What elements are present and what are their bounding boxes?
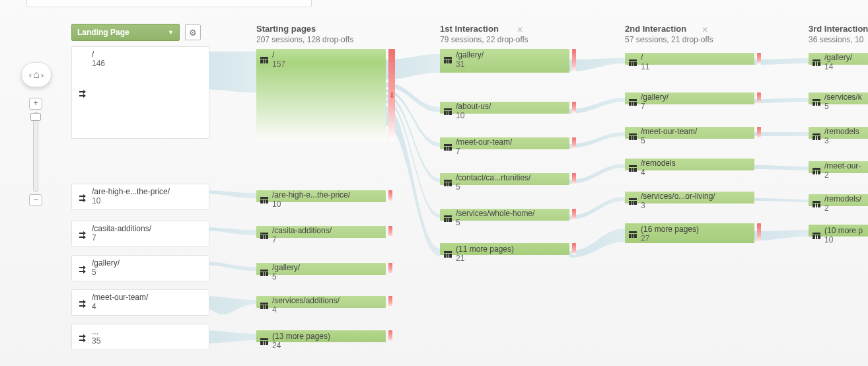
dropoff-bar (388, 226, 392, 238)
node-value: 4 (92, 302, 205, 311)
node-label: /gallery/ (641, 92, 669, 102)
flow-node[interactable]: /services/k5 (809, 92, 868, 105)
node-label: /remodels/ (824, 194, 861, 203)
source-node[interactable]: /146 (71, 46, 209, 139)
page-grid-icon (809, 194, 824, 213)
entry-arrow-icon (76, 50, 92, 135)
dropoff-bar (757, 53, 761, 65)
flow-node[interactable]: /gallery/31 (440, 49, 569, 73)
node-value: 2 (824, 203, 861, 213)
flow-node[interactable]: /meet-our-team/7 (440, 137, 569, 150)
node-label: /remodels (824, 127, 859, 136)
zoom-handle[interactable] (30, 113, 41, 121)
dropoff-bar (388, 263, 392, 275)
page-grid-icon (440, 102, 456, 120)
dropoff-bar (757, 92, 761, 104)
page-grid-icon (625, 92, 641, 111)
page-grid-icon (440, 244, 456, 263)
flow-node[interactable]: (11 more pages)21 (440, 243, 569, 256)
page-grid-icon (256, 190, 272, 209)
page-grid-icon (256, 263, 272, 281)
page-grid-icon (440, 209, 456, 227)
node-label: /meet-our-team/ (456, 137, 512, 147)
node-value: 5 (272, 272, 300, 281)
node-label: ... (92, 327, 205, 336)
page-grid-icon (256, 50, 272, 69)
node-label: /services/additions/ (272, 296, 340, 305)
node-label: (11 more pages) (456, 244, 514, 254)
page-grid-icon (440, 173, 456, 192)
flow-node[interactable]: /casita-additions/7 (256, 226, 386, 238)
zoom-out-button[interactable]: − (29, 194, 42, 206)
zoom-in-button[interactable]: + (29, 98, 42, 110)
node-value: 3 (641, 201, 715, 210)
source-node[interactable]: /are-high-e...the-price/10 (71, 184, 209, 210)
column-title: Starting pages (256, 24, 388, 34)
flow-node[interactable]: /remodels3 (809, 127, 868, 139)
flow-node[interactable]: /about-us/10 (440, 102, 569, 114)
node-value: 10 (272, 200, 350, 209)
node-label: / (641, 53, 649, 62)
dimension-dropdown[interactable]: Landing Page ▼ (71, 24, 180, 41)
node-value: 5 (824, 102, 862, 111)
node-label: /gallery/ (272, 263, 300, 272)
dropoff-bar (757, 127, 761, 139)
column-subtitle: 79 sessions, 22 drop-offs (440, 35, 572, 44)
zoom-track[interactable] (33, 112, 38, 192)
node-label: /about-us/ (456, 102, 491, 111)
flow-node[interactable]: /services/o...or-living/3 (625, 192, 754, 204)
flow-node[interactable]: /are-high-e...the-price/10 (256, 190, 386, 203)
entry-arrow-icon (76, 327, 92, 347)
flow-node[interactable]: /remodels/2 (809, 194, 868, 207)
flow-node[interactable]: /contact/ca...rtunities/5 (440, 173, 569, 186)
dropoff-bar (572, 137, 576, 149)
page-grid-icon (256, 226, 272, 244)
flow-node[interactable]: /gallery/5 (256, 263, 386, 275)
node-label: /meet-our- (824, 161, 861, 170)
node-label: /are-high-e...the-price/ (92, 187, 205, 196)
flow-node[interactable]: /gallery/14 (809, 53, 868, 65)
column-header-starting: Starting pages 207 sessions, 128 drop-of… (256, 24, 388, 44)
source-node[interactable]: /gallery/5 (71, 255, 209, 281)
column-header-int3: 3rd Interaction 36 sessions, 10 (809, 24, 868, 44)
node-value: 3 (824, 136, 859, 145)
column-title: 1st Interaction (440, 24, 572, 34)
page-grid-icon (256, 296, 272, 314)
dropoff-bar (757, 223, 761, 243)
node-value: 10 (456, 111, 491, 120)
settings-button[interactable]: ⚙ (185, 24, 201, 40)
flow-node[interactable]: ⇩/157 (256, 49, 386, 142)
flow-node[interactable]: /11 (625, 53, 754, 65)
node-value: 21 (456, 254, 514, 263)
node-value: 7 (641, 102, 669, 111)
node-value: 4 (272, 305, 340, 314)
flow-node[interactable]: /gallery/7 (625, 92, 754, 105)
source-node[interactable]: /meet-our-team/4 (71, 289, 209, 316)
entry-arrow-icon (76, 187, 92, 207)
node-label: /gallery/ (92, 258, 205, 268)
page-grid-icon (809, 226, 824, 244)
dropoff-bar (388, 330, 392, 342)
close-column-icon[interactable]: ✕ (517, 25, 523, 34)
source-node[interactable]: /casita-additions/7 (71, 221, 209, 247)
dimension-label: Landing Page (77, 28, 129, 37)
flow-node[interactable]: /meet-our-2 (809, 161, 868, 174)
column-title: 3rd Interaction (809, 24, 868, 34)
flow-node[interactable]: /services/whole-home/5 (440, 209, 569, 221)
column-title: 2nd Interaction (625, 24, 757, 34)
home-button[interactable]: ‹ ⌂ › (21, 62, 52, 87)
flow-node[interactable]: (10 more p10 (809, 225, 868, 237)
node-value: 31 (456, 59, 484, 69)
node-label: / (272, 50, 285, 59)
flow-node[interactable]: /services/additions/4 (256, 296, 386, 309)
flow-node[interactable]: (13 more pages)24 (256, 330, 386, 343)
page-grid-icon (625, 192, 641, 210)
node-label: /meet-our-team/ (641, 127, 697, 136)
node-label: /are-high-e...the-price/ (272, 190, 350, 200)
node-label: /casita-additions/ (92, 224, 205, 233)
flow-node[interactable]: /meet-our-team/5 (625, 127, 754, 139)
source-node[interactable]: ...35 (71, 324, 209, 350)
flow-node[interactable]: /remodels4 (625, 159, 754, 171)
close-column-icon[interactable]: ✕ (702, 25, 708, 34)
flow-node[interactable]: (16 more pages)27 (625, 223, 754, 244)
